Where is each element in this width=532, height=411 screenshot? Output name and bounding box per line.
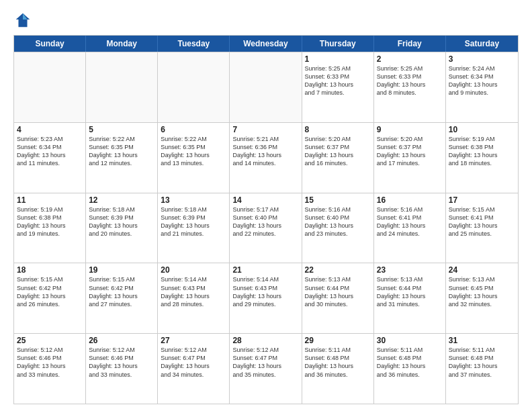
calendar-cell-empty-0-1: [86, 52, 158, 122]
day-info: Sunrise: 5:14 AM Sunset: 6:43 PM Dayligh…: [161, 275, 226, 308]
day-number: 12: [89, 195, 154, 205]
calendar-cell-29: 29Sunrise: 5:11 AM Sunset: 6:48 PM Dayli…: [302, 334, 374, 404]
day-number: 13: [161, 195, 226, 205]
calendar-row-0: 1Sunrise: 5:25 AM Sunset: 6:33 PM Daylig…: [14, 52, 518, 122]
day-info: Sunrise: 5:12 AM Sunset: 6:47 PM Dayligh…: [232, 346, 298, 379]
calendar-cell-26: 26Sunrise: 5:12 AM Sunset: 6:46 PM Dayli…: [86, 334, 158, 404]
calendar-cell-16: 16Sunrise: 5:16 AM Sunset: 6:41 PM Dayli…: [374, 193, 446, 263]
day-number: 17: [449, 195, 515, 205]
day-number: 2: [377, 54, 443, 64]
calendar-cell-21: 21Sunrise: 5:14 AM Sunset: 6:43 PM Dayli…: [230, 263, 302, 333]
day-header-wednesday: Wednesday: [230, 36, 302, 52]
calendar-body: 1Sunrise: 5:25 AM Sunset: 6:33 PM Daylig…: [14, 52, 518, 404]
day-number: 24: [449, 265, 515, 275]
day-header-monday: Monday: [86, 36, 158, 52]
day-info: Sunrise: 5:13 AM Sunset: 6:44 PM Dayligh…: [305, 275, 371, 308]
calendar-cell-23: 23Sunrise: 5:13 AM Sunset: 6:44 PM Dayli…: [374, 263, 446, 333]
day-info: Sunrise: 5:22 AM Sunset: 6:35 PM Dayligh…: [89, 135, 154, 168]
calendar-cell-5: 5Sunrise: 5:22 AM Sunset: 6:35 PM Daylig…: [86, 123, 158, 193]
calendar-cell-7: 7Sunrise: 5:21 AM Sunset: 6:36 PM Daylig…: [230, 123, 302, 193]
day-info: Sunrise: 5:17 AM Sunset: 6:40 PM Dayligh…: [232, 205, 298, 238]
day-number: 30: [377, 336, 443, 345]
day-number: 27: [161, 336, 226, 345]
day-info: Sunrise: 5:11 AM Sunset: 6:48 PM Dayligh…: [305, 346, 371, 379]
day-number: 7: [232, 125, 298, 134]
calendar-cell-12: 12Sunrise: 5:18 AM Sunset: 6:39 PM Dayli…: [86, 193, 158, 263]
day-number: 5: [89, 125, 154, 134]
day-number: 23: [377, 265, 443, 275]
day-number: 3: [449, 54, 515, 64]
day-number: 21: [232, 265, 298, 275]
day-info: Sunrise: 5:12 AM Sunset: 6:46 PM Dayligh…: [17, 346, 83, 379]
calendar-page: SundayMondayTuesdayWednesdayThursdayFrid…: [0, 0, 532, 411]
day-number: 10: [449, 125, 515, 134]
day-number: 26: [89, 336, 154, 345]
day-info: Sunrise: 5:12 AM Sunset: 6:47 PM Dayligh…: [161, 346, 226, 379]
calendar: SundayMondayTuesdayWednesdayThursdayFrid…: [13, 35, 519, 404]
day-info: Sunrise: 5:15 AM Sunset: 6:42 PM Dayligh…: [89, 275, 154, 308]
calendar-cell-1: 1Sunrise: 5:25 AM Sunset: 6:33 PM Daylig…: [302, 52, 374, 122]
day-number: 8: [305, 125, 371, 134]
calendar-row-3: 18Sunrise: 5:15 AM Sunset: 6:42 PM Dayli…: [14, 263, 518, 333]
day-number: 31: [449, 336, 515, 345]
calendar-cell-22: 22Sunrise: 5:13 AM Sunset: 6:44 PM Dayli…: [302, 263, 374, 333]
day-number: 4: [17, 125, 83, 134]
calendar-cell-17: 17Sunrise: 5:15 AM Sunset: 6:41 PM Dayli…: [446, 193, 518, 263]
day-number: 16: [377, 195, 443, 205]
day-number: 18: [17, 265, 83, 275]
day-info: Sunrise: 5:20 AM Sunset: 6:37 PM Dayligh…: [305, 135, 371, 168]
logo: [13, 11, 35, 30]
calendar-cell-27: 27Sunrise: 5:12 AM Sunset: 6:47 PM Dayli…: [158, 334, 230, 404]
day-info: Sunrise: 5:21 AM Sunset: 6:36 PM Dayligh…: [232, 135, 298, 168]
day-header-tuesday: Tuesday: [158, 36, 230, 52]
calendar-cell-19: 19Sunrise: 5:15 AM Sunset: 6:42 PM Dayli…: [86, 263, 158, 333]
day-number: 9: [377, 125, 443, 134]
day-header-thursday: Thursday: [302, 36, 374, 52]
day-number: 22: [305, 265, 371, 275]
day-number: 14: [232, 195, 298, 205]
calendar-cell-24: 24Sunrise: 5:13 AM Sunset: 6:45 PM Dayli…: [446, 263, 518, 333]
calendar-cell-empty-0-0: [14, 52, 86, 122]
day-number: 1: [305, 54, 371, 64]
day-info: Sunrise: 5:19 AM Sunset: 6:38 PM Dayligh…: [449, 135, 515, 168]
day-number: 28: [232, 336, 298, 345]
day-info: Sunrise: 5:13 AM Sunset: 6:45 PM Dayligh…: [449, 275, 515, 308]
calendar-cell-empty-0-2: [158, 52, 230, 122]
calendar-cell-2: 2Sunrise: 5:25 AM Sunset: 6:33 PM Daylig…: [374, 52, 446, 122]
day-number: 25: [17, 336, 83, 345]
day-info: Sunrise: 5:24 AM Sunset: 6:34 PM Dayligh…: [449, 64, 515, 97]
calendar-cell-empty-0-3: [230, 52, 302, 122]
day-info: Sunrise: 5:16 AM Sunset: 6:41 PM Dayligh…: [377, 205, 443, 238]
calendar-cell-18: 18Sunrise: 5:15 AM Sunset: 6:42 PM Dayli…: [14, 263, 86, 333]
day-info: Sunrise: 5:25 AM Sunset: 6:33 PM Dayligh…: [377, 64, 443, 97]
day-info: Sunrise: 5:18 AM Sunset: 6:39 PM Dayligh…: [161, 205, 226, 238]
calendar-row-4: 25Sunrise: 5:12 AM Sunset: 6:46 PM Dayli…: [14, 333, 518, 404]
day-info: Sunrise: 5:22 AM Sunset: 6:35 PM Dayligh…: [161, 135, 226, 168]
day-info: Sunrise: 5:20 AM Sunset: 6:37 PM Dayligh…: [377, 135, 443, 168]
calendar-row-2: 11Sunrise: 5:19 AM Sunset: 6:38 PM Dayli…: [14, 193, 518, 263]
calendar-cell-14: 14Sunrise: 5:17 AM Sunset: 6:40 PM Dayli…: [230, 193, 302, 263]
calendar-header: SundayMondayTuesdayWednesdayThursdayFrid…: [14, 36, 518, 52]
calendar-cell-13: 13Sunrise: 5:18 AM Sunset: 6:39 PM Dayli…: [158, 193, 230, 263]
header: [13, 11, 519, 30]
day-info: Sunrise: 5:18 AM Sunset: 6:39 PM Dayligh…: [89, 205, 154, 238]
day-info: Sunrise: 5:16 AM Sunset: 6:40 PM Dayligh…: [305, 205, 371, 238]
day-info: Sunrise: 5:15 AM Sunset: 6:42 PM Dayligh…: [17, 275, 83, 308]
calendar-cell-25: 25Sunrise: 5:12 AM Sunset: 6:46 PM Dayli…: [14, 334, 86, 404]
day-number: 11: [17, 195, 83, 205]
calendar-row-1: 4Sunrise: 5:23 AM Sunset: 6:34 PM Daylig…: [14, 122, 518, 193]
calendar-cell-4: 4Sunrise: 5:23 AM Sunset: 6:34 PM Daylig…: [14, 123, 86, 193]
day-info: Sunrise: 5:13 AM Sunset: 6:44 PM Dayligh…: [377, 275, 443, 308]
calendar-cell-10: 10Sunrise: 5:19 AM Sunset: 6:38 PM Dayli…: [446, 123, 518, 193]
day-info: Sunrise: 5:11 AM Sunset: 6:48 PM Dayligh…: [377, 346, 443, 379]
day-info: Sunrise: 5:14 AM Sunset: 6:43 PM Dayligh…: [232, 275, 298, 308]
day-number: 6: [161, 125, 226, 134]
day-number: 20: [161, 265, 226, 275]
day-info: Sunrise: 5:25 AM Sunset: 6:33 PM Dayligh…: [305, 64, 371, 97]
day-number: 15: [305, 195, 371, 205]
calendar-cell-15: 15Sunrise: 5:16 AM Sunset: 6:40 PM Dayli…: [302, 193, 374, 263]
calendar-cell-30: 30Sunrise: 5:11 AM Sunset: 6:48 PM Dayli…: [374, 334, 446, 404]
calendar-cell-6: 6Sunrise: 5:22 AM Sunset: 6:35 PM Daylig…: [158, 123, 230, 193]
day-header-saturday: Saturday: [446, 36, 518, 52]
calendar-cell-8: 8Sunrise: 5:20 AM Sunset: 6:37 PM Daylig…: [302, 123, 374, 193]
